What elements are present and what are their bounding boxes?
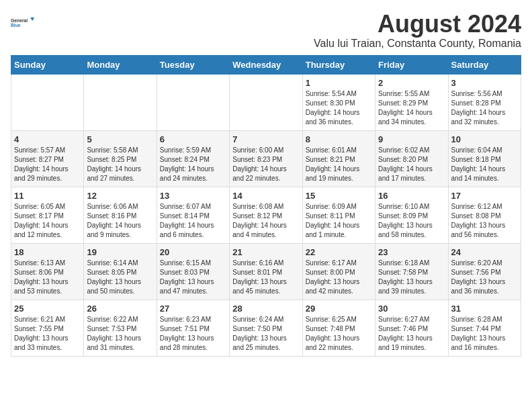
day-number: 20 [160,247,226,257]
day-info: Sunrise: 6:07 AM Sunset: 8:14 PM Dayligh… [160,202,226,240]
page-header: GeneralBlue August 2024 Valu lui Traian,… [11,11,521,50]
day-info: Sunrise: 5:55 AM Sunset: 8:29 PM Dayligh… [378,89,445,127]
calendar-cell: 2Sunrise: 5:55 AM Sunset: 8:29 PM Daylig… [375,74,448,130]
calendar-cell: 30Sunrise: 6:27 AM Sunset: 7:46 PM Dayli… [375,300,448,356]
day-number: 12 [87,191,153,201]
day-info: Sunrise: 6:18 AM Sunset: 7:58 PM Dayligh… [378,259,445,296]
day-number: 24 [451,247,518,257]
calendar-cell: 24Sunrise: 6:20 AM Sunset: 7:56 PM Dayli… [448,243,521,300]
page-title: August 2024 [314,11,521,38]
calendar-table: SundayMondayTuesdayWednesdayThursdayFrid… [11,55,521,357]
svg-text:Blue: Blue [11,23,21,28]
day-number: 19 [87,247,153,257]
day-number: 9 [378,134,445,144]
page-subtitle: Valu lui Traian, Constanta County, Roman… [314,38,521,50]
day-info: Sunrise: 5:57 AM Sunset: 8:27 PM Dayligh… [14,146,81,183]
calendar-cell: 18Sunrise: 6:13 AM Sunset: 8:06 PM Dayli… [11,243,84,300]
day-info: Sunrise: 6:08 AM Sunset: 8:12 PM Dayligh… [232,202,299,240]
day-info: Sunrise: 6:23 AM Sunset: 7:51 PM Dayligh… [160,315,226,353]
calendar-cell [84,74,157,130]
day-number: 27 [160,304,226,314]
day-number: 11 [14,191,81,201]
logo: GeneralBlue [11,11,35,35]
calendar-cell: 16Sunrise: 6:10 AM Sunset: 8:09 PM Dayli… [375,187,448,243]
calendar-week-row: 25Sunrise: 6:21 AM Sunset: 7:55 PM Dayli… [11,300,521,356]
day-info: Sunrise: 6:05 AM Sunset: 8:17 PM Dayligh… [14,202,81,240]
calendar-cell: 17Sunrise: 6:12 AM Sunset: 8:08 PM Dayli… [448,187,521,243]
day-number: 14 [232,191,299,201]
calendar-cell: 10Sunrise: 6:04 AM Sunset: 8:18 PM Dayli… [448,130,521,187]
day-info: Sunrise: 6:04 AM Sunset: 8:18 PM Dayligh… [451,146,518,183]
calendar-cell: 12Sunrise: 6:06 AM Sunset: 8:16 PM Dayli… [84,187,157,243]
day-number: 5 [87,134,153,144]
calendar-header-row: SundayMondayTuesdayWednesdayThursdayFrid… [11,55,521,74]
day-number: 29 [306,304,372,314]
calendar-cell: 21Sunrise: 6:16 AM Sunset: 8:01 PM Dayli… [230,243,302,300]
day-number: 31 [451,304,518,314]
calendar-cell [157,74,229,130]
calendar-cell: 20Sunrise: 6:15 AM Sunset: 8:03 PM Dayli… [157,243,229,300]
calendar-cell: 22Sunrise: 6:17 AM Sunset: 8:00 PM Dayli… [302,243,375,300]
day-number: 15 [306,191,372,201]
calendar-cell: 11Sunrise: 6:05 AM Sunset: 8:17 PM Dayli… [11,187,84,243]
day-info: Sunrise: 5:58 AM Sunset: 8:25 PM Dayligh… [87,146,153,183]
day-number: 4 [14,134,81,144]
day-info: Sunrise: 6:24 AM Sunset: 7:50 PM Dayligh… [232,315,299,353]
day-info: Sunrise: 6:21 AM Sunset: 7:55 PM Dayligh… [14,315,81,353]
day-number: 3 [451,78,518,88]
day-info: Sunrise: 6:15 AM Sunset: 8:03 PM Dayligh… [160,259,226,296]
calendar-week-row: 11Sunrise: 6:05 AM Sunset: 8:17 PM Dayli… [11,187,521,243]
title-block: August 2024 Valu lui Traian, Constanta C… [314,11,521,50]
day-info: Sunrise: 6:06 AM Sunset: 8:16 PM Dayligh… [87,202,153,240]
day-info: Sunrise: 6:20 AM Sunset: 7:56 PM Dayligh… [451,259,518,296]
day-number: 7 [232,134,299,144]
day-info: Sunrise: 6:12 AM Sunset: 8:08 PM Dayligh… [451,202,518,240]
day-number: 10 [451,134,518,144]
day-info: Sunrise: 6:14 AM Sunset: 8:05 PM Dayligh… [87,259,153,296]
calendar-cell: 14Sunrise: 6:08 AM Sunset: 8:12 PM Dayli… [230,187,302,243]
day-info: Sunrise: 6:02 AM Sunset: 8:20 PM Dayligh… [378,146,445,183]
calendar-cell: 7Sunrise: 6:00 AM Sunset: 8:23 PM Daylig… [230,130,302,187]
day-number: 8 [306,134,372,144]
day-number: 13 [160,191,226,201]
calendar-cell: 25Sunrise: 6:21 AM Sunset: 7:55 PM Dayli… [11,300,84,356]
calendar-week-row: 1Sunrise: 5:54 AM Sunset: 8:30 PM Daylig… [11,74,521,130]
header-wednesday: Wednesday [230,55,302,74]
header-saturday: Saturday [448,55,521,74]
day-number: 6 [160,134,226,144]
day-number: 30 [378,304,445,314]
calendar-cell: 15Sunrise: 6:09 AM Sunset: 8:11 PM Dayli… [302,187,375,243]
day-number: 26 [87,304,153,314]
svg-text:General: General [11,18,28,23]
svg-marker-2 [30,17,34,21]
day-info: Sunrise: 6:25 AM Sunset: 7:48 PM Dayligh… [306,315,372,353]
day-info: Sunrise: 6:28 AM Sunset: 7:44 PM Dayligh… [451,315,518,353]
day-info: Sunrise: 6:10 AM Sunset: 8:09 PM Dayligh… [378,202,445,240]
day-info: Sunrise: 6:17 AM Sunset: 8:00 PM Dayligh… [306,259,372,296]
day-info: Sunrise: 5:56 AM Sunset: 8:28 PM Dayligh… [451,89,518,127]
calendar-week-row: 4Sunrise: 5:57 AM Sunset: 8:27 PM Daylig… [11,130,521,187]
day-info: Sunrise: 6:27 AM Sunset: 7:46 PM Dayligh… [378,315,445,353]
day-info: Sunrise: 5:54 AM Sunset: 8:30 PM Dayligh… [306,89,372,127]
calendar-cell: 26Sunrise: 6:22 AM Sunset: 7:53 PM Dayli… [84,300,157,356]
day-number: 16 [378,191,445,201]
calendar-cell: 19Sunrise: 6:14 AM Sunset: 8:05 PM Dayli… [84,243,157,300]
header-thursday: Thursday [302,55,375,74]
calendar-cell: 29Sunrise: 6:25 AM Sunset: 7:48 PM Dayli… [302,300,375,356]
calendar-cell [11,74,84,130]
calendar-cell: 31Sunrise: 6:28 AM Sunset: 7:44 PM Dayli… [448,300,521,356]
calendar-cell: 13Sunrise: 6:07 AM Sunset: 8:14 PM Dayli… [157,187,229,243]
day-info: Sunrise: 6:09 AM Sunset: 8:11 PM Dayligh… [306,202,372,240]
day-number: 17 [451,191,518,201]
day-info: Sunrise: 6:00 AM Sunset: 8:23 PM Dayligh… [232,146,299,183]
day-info: Sunrise: 6:01 AM Sunset: 8:21 PM Dayligh… [306,146,372,183]
calendar-cell: 3Sunrise: 5:56 AM Sunset: 8:28 PM Daylig… [448,74,521,130]
day-info: Sunrise: 6:16 AM Sunset: 8:01 PM Dayligh… [232,259,299,296]
logo-icon: GeneralBlue [11,11,35,35]
day-info: Sunrise: 6:22 AM Sunset: 7:53 PM Dayligh… [87,315,153,353]
day-number: 25 [14,304,81,314]
day-number: 2 [378,78,445,88]
day-info: Sunrise: 6:13 AM Sunset: 8:06 PM Dayligh… [14,259,81,296]
calendar-cell: 27Sunrise: 6:23 AM Sunset: 7:51 PM Dayli… [157,300,229,356]
header-monday: Monday [84,55,157,74]
